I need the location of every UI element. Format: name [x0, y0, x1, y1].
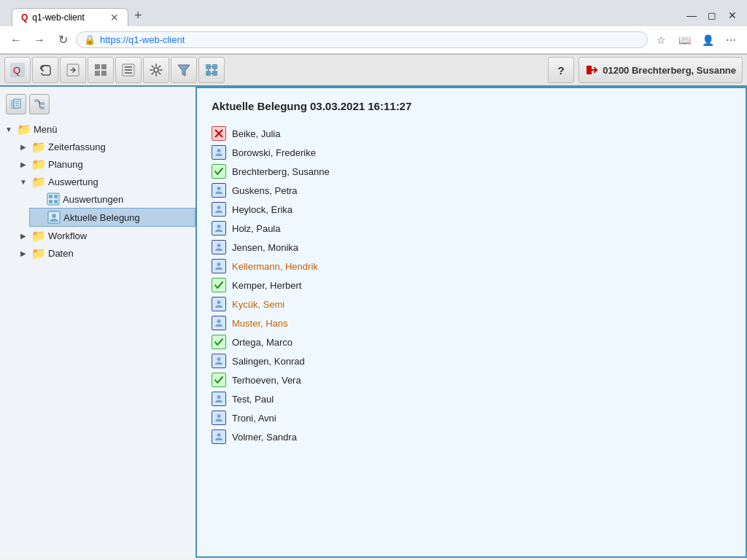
planung-label: Planung: [48, 159, 83, 170]
export-icon: [66, 63, 80, 77]
menu-root-item[interactable]: ▼ 📁 Menü: [0, 120, 196, 138]
svg-rect-15: [206, 71, 211, 76]
back-button[interactable]: ←: [6, 30, 26, 50]
svg-rect-6: [101, 71, 107, 76]
auswertung-label: Auswertung: [48, 176, 98, 187]
svg-rect-16: [212, 71, 217, 76]
svg-rect-13: [206, 64, 211, 69]
list-item[interactable]: Kycük, Semi: [212, 295, 731, 314]
close-button[interactable]: ✕: [724, 7, 741, 24]
person-name: Borowski, Frederike: [232, 147, 316, 158]
svg-point-11: [154, 68, 158, 72]
sidebar-item-auswertung[interactable]: ▼ 📁 Auswertung: [15, 173, 196, 190]
tab-bar: Q q1-web-client ✕ +: [6, 5, 154, 26]
sidebar-item-zeiterfassung[interactable]: ▶ 📁 Zeiterfassung: [15, 138, 196, 155]
list-item[interactable]: Beike, Julia: [212, 124, 731, 143]
person-name: Salingen, Konrad: [232, 356, 305, 367]
list-item[interactable]: Kellermann, Hendrik: [212, 257, 731, 276]
list-icon: [121, 63, 136, 77]
list-item[interactable]: Test, Paul: [212, 389, 731, 408]
lock-icon: 🔒: [84, 34, 96, 45]
maximize-button[interactable]: ◻: [703, 7, 721, 24]
sidebar-item-auswertungen[interactable]: ▶ Auswertungen: [29, 190, 196, 208]
list-item[interactable]: Ortega, Marco: [212, 332, 731, 351]
settings-tool-button[interactable]: [143, 57, 169, 83]
list-item[interactable]: Volmer, Sandra: [212, 427, 731, 446]
list-item[interactable]: Guskens, Petra: [212, 181, 731, 200]
content-title: Aktuelle Belegung 03.03.2021 16:11:27: [212, 100, 731, 112]
person-status-icon: [212, 392, 226, 406]
connect-icon: [204, 63, 219, 77]
list-item[interactable]: Muster, Hans: [212, 314, 731, 332]
new-tab-button[interactable]: +: [128, 5, 148, 26]
svg-rect-27: [34, 99, 39, 102]
list-item[interactable]: Troni, Avni: [212, 408, 731, 427]
svg-rect-21: [587, 66, 592, 74]
person-name: Kemper, Herbert: [232, 280, 301, 291]
person-name: Holz, Paula: [232, 223, 280, 234]
list-item[interactable]: Brechterberg, Susanne: [212, 162, 731, 181]
person-status-icon: [212, 297, 226, 311]
svg-point-45: [217, 244, 221, 247]
svg-point-44: [217, 225, 221, 228]
person-name: Beike, Julia: [232, 128, 280, 139]
person-name: Guskens, Petra: [232, 185, 298, 196]
auswertung-folder-icon: 📁: [31, 174, 46, 189]
home-tool-button[interactable]: Q: [4, 57, 31, 83]
person-name: Jensen, Monika: [232, 242, 298, 253]
aktuelle-belegung-icon: [47, 210, 61, 225]
sidebar-item-planung[interactable]: ▶ 📁 Planung: [15, 155, 196, 173]
person-status-icon: [212, 240, 226, 254]
more-options-button[interactable]: ⋯: [721, 30, 741, 50]
menu-children: ▶ 📁 Zeiterfassung ▶ 📁 Planung ▼ 📁 Auswer…: [0, 138, 196, 262]
undo-tool-button[interactable]: [32, 57, 58, 83]
menu-label: Menü: [34, 124, 58, 135]
user-button[interactable]: 01200 Brechterberg, Susanne: [578, 57, 743, 83]
person-name: Test, Paul: [232, 394, 274, 405]
connect-tool-button[interactable]: [198, 57, 225, 83]
pages-icon: [10, 98, 22, 110]
list-item[interactable]: Heylock, Erika: [212, 200, 731, 219]
svg-rect-4: [101, 64, 107, 69]
svg-rect-5: [95, 71, 100, 76]
list-item[interactable]: Borowski, Frederike: [212, 143, 731, 162]
svg-point-52: [217, 433, 221, 437]
bookmark-star-button[interactable]: ☆: [651, 30, 671, 50]
sidebar-tool-2[interactable]: [29, 94, 50, 114]
svg-rect-3: [95, 64, 100, 69]
sidebar-item-daten[interactable]: ▶ 📁 Daten: [15, 244, 196, 262]
svg-rect-28: [40, 102, 44, 105]
tab-title: q1-web-client: [32, 12, 106, 23]
profiles-button[interactable]: 👤: [697, 30, 718, 50]
person-name: Muster, Hans: [232, 318, 288, 329]
workflow-label: Workflow: [48, 230, 87, 241]
list-item[interactable]: Jensen, Monika: [212, 238, 731, 257]
list-item[interactable]: Holz, Paula: [212, 219, 731, 238]
help-button[interactable]: ?: [548, 57, 574, 83]
logout-icon: [585, 63, 598, 77]
list-item[interactable]: Terhoeven, Vera: [212, 370, 731, 389]
minimize-button[interactable]: —: [683, 7, 700, 24]
url-bar[interactable]: 🔒 https://q1-web-client: [76, 31, 648, 48]
filter-tool-button[interactable]: [171, 57, 197, 83]
sidebar-tool-1[interactable]: [6, 94, 26, 114]
list-tool-button[interactable]: [115, 57, 142, 83]
reading-list-button[interactable]: 📖: [674, 30, 694, 50]
planung-folder-icon: 📁: [31, 157, 46, 171]
auswertung-children: ▶ Auswertungen ▶: [15, 190, 196, 227]
tab-close-button[interactable]: ✕: [110, 12, 119, 23]
svg-rect-29: [40, 106, 44, 109]
forward-button[interactable]: →: [29, 30, 50, 50]
list-item[interactable]: Salingen, Konrad: [212, 351, 731, 370]
person-name: Heylock, Erika: [232, 204, 293, 215]
person-status-icon: [212, 429, 226, 444]
export-tool-button[interactable]: [60, 57, 86, 83]
sidebar-item-workflow[interactable]: ▶ 📁 Workflow: [15, 227, 196, 244]
sidebar-item-aktuelle-belegung[interactable]: ▶ Aktuelle Belegung: [29, 208, 196, 227]
person-name: Kycük, Semi: [232, 299, 285, 310]
grid-tool-button[interactable]: [88, 57, 114, 83]
refresh-button[interactable]: ↻: [53, 30, 73, 50]
browser-tab[interactable]: Q q1-web-client ✕: [12, 8, 128, 26]
svg-rect-33: [49, 195, 53, 198]
list-item[interactable]: Kemper, Herbert: [212, 276, 731, 295]
